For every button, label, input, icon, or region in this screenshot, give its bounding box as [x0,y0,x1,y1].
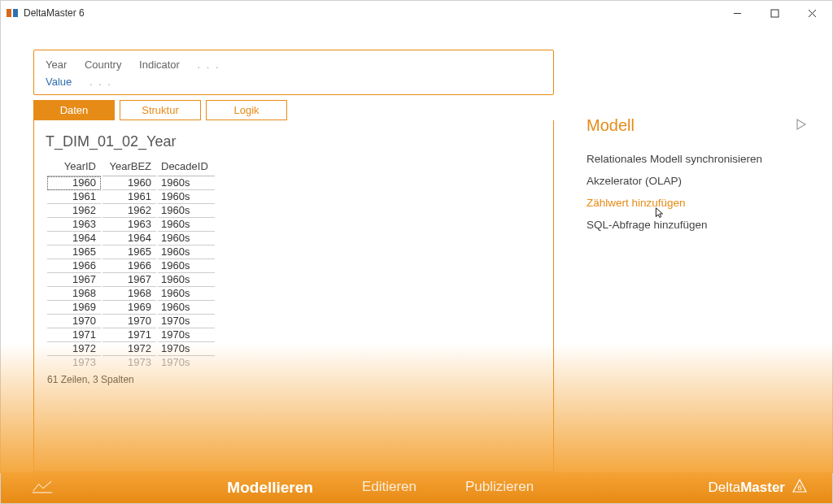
dimension-country[interactable]: Country [85,59,122,71]
table-row[interactable]: 196419641960s [47,232,215,245]
tab-logik[interactable]: Logik [206,100,287,120]
table-row[interactable]: 197219721970s [47,342,215,356]
table-row[interactable]: 196619661960s [47,259,215,273]
table-row[interactable]: 197119711970s [47,328,215,342]
svg-rect-0 [7,9,11,17]
maximize-button[interactable] [756,1,793,25]
right-title: Modell [587,116,635,135]
data-grid[interactable]: YearID YearBEZ DecadeID 196019601960s 19… [46,159,542,369]
bottom-bar: Modellieren Editieren Publizieren DeltaM… [1,472,832,503]
play-icon[interactable] [795,118,808,133]
content-panel: T_DIM_01_02_Year YearID YearBEZ DecadeID… [33,120,554,472]
dimension-indicator[interactable]: Indicator [139,59,180,71]
measure-value[interactable]: Value [46,76,72,88]
app-window: DeltaMaster 6 Year Country Indicator . .… [0,0,833,504]
table-title: T_DIM_01_02_Year [46,133,542,150]
table-row[interactable]: 197019701970s [47,315,215,328]
titlebar: DeltaMaster 6 [1,1,832,25]
svg-marker-6 [797,119,805,129]
table-row[interactable]: 196119611960s [47,190,215,204]
col-yearbez[interactable]: YearBEZ [102,159,156,176]
window-controls [718,1,831,25]
table-row[interactable]: 196719671960s [47,273,215,287]
main-area: Year Country Indicator . . . Value . . .… [1,25,832,472]
col-yearid[interactable]: YearID [47,159,101,176]
mode-tabs: Modellieren Editieren Publizieren [53,479,709,497]
mode-modellieren[interactable]: Modellieren [227,479,313,497]
mode-publizieren[interactable]: Publizieren [465,479,534,497]
dimension-row: Year Country Indicator . . . [46,59,542,71]
view-tabs: Daten Struktur Logik [33,100,554,120]
table-row[interactable]: 196319631960s [47,218,215,232]
action-add-sql[interactable]: SQL-Abfrage hinzufügen [587,219,808,231]
table-row[interactable]: 197319731970s [47,356,215,369]
action-add-count-label: Zählwert hinzufügen [587,197,686,209]
measure-row: Value . . . [46,76,542,88]
svg-rect-1 [13,9,18,17]
right-panel: Modell Relationales Modell synchronisier… [587,50,824,472]
brand-logo-icon: 6 [792,478,808,498]
dimension-year[interactable]: Year [46,59,67,71]
svg-text:6: 6 [797,484,801,492]
measure-more[interactable]: . . . [89,76,112,88]
slice-panel: Year Country Indicator . . . Value . . . [33,50,554,95]
table-row[interactable]: 196219621960s [47,204,215,218]
close-button[interactable] [793,1,831,25]
header-row: YearID YearBEZ DecadeID [47,159,215,176]
dimension-more[interactable]: . . . [198,59,220,71]
tab-struktur[interactable]: Struktur [120,100,201,120]
action-sync-model[interactable]: Relationales Modell synchronisieren [587,153,808,165]
brand-bold: Master [740,480,785,495]
svg-rect-3 [771,10,778,17]
table-row[interactable]: 196919691960s [47,301,215,315]
chart-icon[interactable] [32,480,53,497]
table-row[interactable]: 196019601960s [47,176,215,190]
mode-editieren[interactable]: Editieren [362,479,416,497]
app-title: DeltaMaster 6 [24,7,85,19]
table-row[interactable]: 196819681960s [47,287,215,301]
action-accelerator-olap[interactable]: Akzelerator (OLAP) [587,175,808,187]
col-decadeid[interactable]: DecadeID [158,159,215,176]
action-add-count[interactable]: Zählwert hinzufügen [587,197,808,209]
brand: DeltaMaster 6 [709,478,809,498]
right-header: Modell [587,116,808,135]
brand-light: Delta [709,480,741,495]
action-list: Relationales Modell synchronisieren Akze… [587,153,808,231]
minimize-button[interactable] [718,1,756,25]
status-text: 61 Zeilen, 3 Spalten [46,369,542,387]
table-row[interactable]: 196519651960s [47,245,215,259]
left-column: Year Country Indicator . . . Value . . .… [33,50,554,472]
tab-daten[interactable]: Daten [33,100,115,120]
app-icon [6,7,19,20]
